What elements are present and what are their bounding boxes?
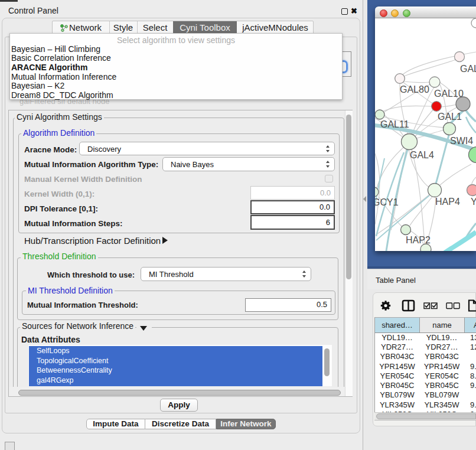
svg-text:SWI4: SWI4 [450,136,473,146]
svg-text:Y: Y [471,197,476,207]
svg-text:GAL1: GAL1 [438,112,462,122]
svg-text:HAP2: HAP2 [406,235,431,245]
svg-text:GAL10: GAL10 [434,89,464,99]
svg-text:GCY1: GCY1 [375,197,399,207]
svg-text:GAL11: GAL11 [380,119,409,129]
svg-text:GAL4: GAL4 [410,150,434,160]
svg-text:GAL: GAL [460,64,476,74]
svg-text:GAL80: GAL80 [400,84,429,94]
svg-text:HAP4: HAP4 [435,197,460,207]
